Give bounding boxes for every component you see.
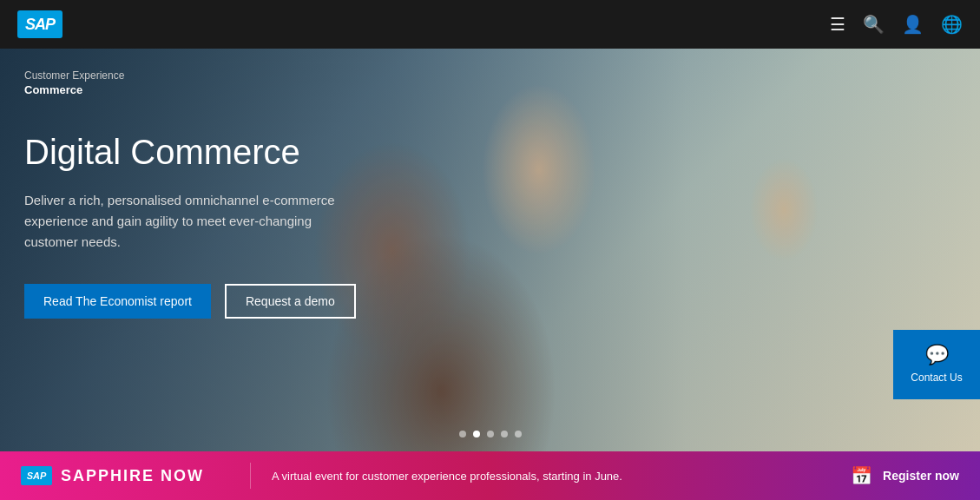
register-section[interactable]: 📅 Register now (851, 465, 959, 486)
search-icon[interactable]: 🔍 (863, 14, 885, 35)
hero-description: Deliver a rich, personalised omnichannel… (24, 190, 354, 253)
request-demo-button[interactable]: Request a demo (225, 284, 356, 319)
logo-area: SAP (17, 10, 62, 38)
register-now-label: Register now (883, 469, 959, 483)
calendar-icon: 📅 (851, 465, 872, 486)
slide-dot-3[interactable] (487, 431, 494, 438)
hero-content: Customer Experience Commerce Digital Com… (0, 49, 380, 339)
contact-us-button[interactable]: 💬 Contact Us (893, 330, 980, 399)
menu-icon[interactable]: ☰ (830, 14, 845, 35)
read-report-button[interactable]: Read The Economist report (24, 284, 211, 319)
slide-dot-5[interactable] (515, 431, 522, 438)
sapphire-logo-area: SAP SAPPHIRE NOW (21, 466, 229, 485)
globe-icon[interactable]: 🌐 (941, 14, 963, 35)
breadcrumb-small: Customer Experience (24, 69, 356, 82)
slide-dot-4[interactable] (501, 431, 508, 438)
slide-dots (459, 431, 522, 438)
bottom-banner: SAP SAPPHIRE NOW A virtual event for cus… (0, 451, 980, 500)
breadcrumb-large: Commerce (24, 83, 356, 96)
banner-divider (250, 463, 251, 489)
sapphire-now-text: SAPPHIRE NOW (61, 467, 204, 485)
contact-icon: 💬 (925, 344, 949, 366)
contact-label: Contact Us (911, 372, 962, 385)
user-icon[interactable]: 👤 (902, 14, 924, 35)
hero-buttons: Read The Economist report Request a demo (24, 284, 356, 319)
banner-description: A virtual event for customer experience … (272, 470, 851, 483)
slide-dot-2[interactable] (473, 431, 480, 438)
hero-section: Customer Experience Commerce Digital Com… (0, 49, 980, 451)
hero-title: Digital Commerce (24, 131, 356, 173)
sap-mini-logo: SAP (21, 466, 52, 485)
slide-dot-1[interactable] (459, 431, 466, 438)
site-header: SAP ☰ 🔍 👤 🌐 (0, 0, 980, 49)
header-icons: ☰ 🔍 👤 🌐 (830, 14, 963, 35)
sap-logo[interactable]: SAP (17, 10, 62, 38)
